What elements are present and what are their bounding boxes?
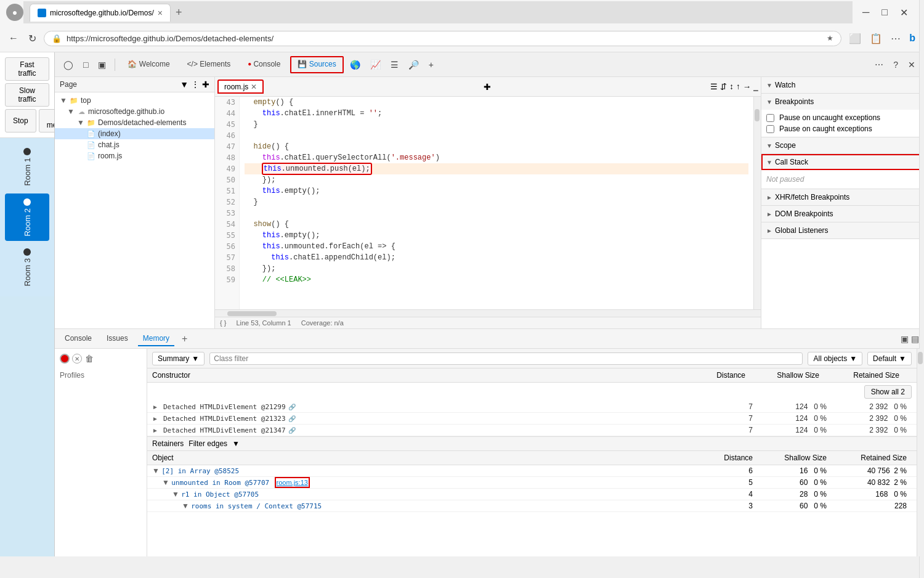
room2-item[interactable]: Room 2 <box>5 193 49 242</box>
tree-item-chatjs[interactable]: 📄 chat.js <box>55 139 214 150</box>
room-js-link[interactable]: room.js:13 <box>277 479 308 486</box>
global-section-header[interactable]: ► Global Listeners <box>761 222 924 238</box>
editor-action-5[interactable]: → <box>743 82 751 91</box>
editor-tab-roomjs[interactable]: room.js ✕ <box>217 79 264 94</box>
file-tree-options[interactable]: ⋮ <box>191 79 200 89</box>
dock-bottom-button[interactable]: ▤ <box>911 334 919 344</box>
dom-section-header[interactable]: ► DOM Breakpoints <box>761 206 924 222</box>
more-button[interactable]: ⋯ <box>888 30 903 47</box>
back-button[interactable]: ← <box>6 30 21 46</box>
tab-elements[interactable]: </> Elements <box>180 56 238 73</box>
ret1-retained: 40 832 2 % <box>832 478 912 487</box>
memory-scrollbar[interactable] <box>917 349 924 556</box>
browser-tab[interactable]: microsoftedge.github.io/Demos/ × <box>30 4 171 22</box>
summary-view-button[interactable]: Summary ▼ <box>152 352 205 365</box>
memory-row-2[interactable]: ► Detached HTMLDivElement @21347 🔗 7 124… <box>147 425 917 436</box>
add-tab-button[interactable]: + <box>425 57 437 72</box>
performance-icon-button[interactable]: 📈 <box>367 57 384 72</box>
slow-traffic-button[interactable]: Slow traffic <box>5 83 49 107</box>
close-devtools-button[interactable]: ✕ <box>904 57 919 72</box>
tree-item-top[interactable]: ▼ 📁 top <box>55 95 214 106</box>
editor-action-2[interactable]: ⇵ <box>720 82 727 91</box>
ret-object-header: Object <box>152 454 708 462</box>
tab-welcome[interactable]: 🏠 Welcome <box>120 56 177 73</box>
show-all-button[interactable]: Show all 2 <box>864 385 912 399</box>
tab-sources[interactable]: 💾 Sources <box>290 56 343 73</box>
default-button[interactable]: Default ▼ <box>867 352 912 365</box>
all-objects-button[interactable]: All objects ▼ <box>808 352 862 365</box>
tree-item-index[interactable]: 📄 (index) <box>55 128 214 139</box>
retainer-row-1[interactable]: ▼ unmounted in Room @57707 room.js:13 5 … <box>147 477 917 489</box>
room1-item[interactable]: Room 1 <box>5 143 49 191</box>
tree-item-origin[interactable]: ▼ ☁ microsoftedge.github.io <box>55 106 214 117</box>
console-drawer-button[interactable]: ▣ <box>94 57 110 72</box>
scope-section-header[interactable]: ▼ Scope <box>761 137 924 153</box>
editor-tab-close[interactable]: ✕ <box>251 83 257 91</box>
horizontal-scrollbar[interactable] <box>215 309 761 317</box>
tab-console[interactable]: ● Console <box>240 56 288 73</box>
editor-action-3[interactable]: ↕ <box>729 82 734 91</box>
address-bar[interactable]: 🔒 https://microsoftedge.github.io/Demos/… <box>44 31 841 46</box>
tree-arrow-top: ▼ <box>60 96 67 105</box>
ret0-retained: 40 756 2 % <box>832 466 912 475</box>
retainer-row-3[interactable]: ▼ rooms in system / Context @57715 3 60 … <box>147 500 917 512</box>
maximize-button[interactable]: □ <box>879 4 890 21</box>
refresh-button[interactable]: ↻ <box>26 30 39 47</box>
editor-action-6[interactable]: ⎯ <box>753 82 758 91</box>
file-tree-dropdown[interactable]: ▼ <box>180 79 188 89</box>
add-file-tab-button[interactable]: ✚ <box>484 82 491 92</box>
bing-button[interactable]: b <box>907 30 918 46</box>
room2-label: Room 2 <box>23 208 32 237</box>
retainer-row-2[interactable]: ▼ r1 in Object @57705 4 28 0 % 168 0 % <box>147 489 917 500</box>
undock-bottom-button[interactable]: ▣ <box>901 334 909 344</box>
room3-item[interactable]: Room 3 <box>5 243 49 291</box>
retainer-row-0[interactable]: ▼ [2] in Array @58525 6 16 0 % 40 756 2 … <box>147 465 917 477</box>
vertical-scrollbar[interactable] <box>753 97 761 309</box>
tree-item-demos[interactable]: ▼ 📁 Demos/detached-elements <box>55 117 214 128</box>
breakpoints-section-header[interactable]: ▼ Breakpoints <box>761 94 924 110</box>
minimize-button[interactable]: ─ <box>860 4 872 21</box>
toggle-device-button[interactable]: ◯ <box>60 57 77 72</box>
clear-button[interactable]: ✕ <box>72 354 82 364</box>
fast-traffic-button[interactable]: Fast traffic <box>5 57 49 81</box>
callstack-section-header[interactable]: ▼ Call Stack <box>761 154 924 170</box>
split-tab-button[interactable]: ⬜ <box>846 30 864 47</box>
bottom-tab-console[interactable]: Console <box>60 332 97 346</box>
footer-coverage: Coverage: n/a <box>301 319 344 327</box>
watch-section-header[interactable]: ▼ Watch <box>761 77 924 93</box>
tree-item-roomjs[interactable]: 📄 room.js <box>55 150 214 161</box>
editor-action-4[interactable]: ↑ <box>736 82 740 91</box>
bottom-tab-issues[interactable]: Issues <box>102 332 133 346</box>
new-tab-file[interactable]: ✚ <box>202 79 209 89</box>
filter-edges-label: Filter edges <box>188 439 227 448</box>
class-filter-input[interactable] <box>209 352 803 365</box>
record-button[interactable] <box>60 354 70 364</box>
network-icon-button[interactable]: 🌎 <box>346 57 364 72</box>
constructor-header: Constructor <box>152 371 701 380</box>
pause-caught-checkbox[interactable] <box>766 125 774 133</box>
collections-button[interactable]: 📋 <box>867 30 885 47</box>
memory-row-0[interactable]: ► Detached HTMLDivElement @21299 🔗 7 124… <box>147 401 917 413</box>
footer-curly-braces: { } <box>220 319 226 327</box>
js-file-icon-room: 📄 <box>87 152 95 160</box>
right-scrollbar[interactable] <box>919 77 924 328</box>
more-devtools-button[interactable]: ⋯ <box>871 57 887 72</box>
tab-title: microsoftedge.github.io/Demos/ <box>50 9 154 17</box>
close-window-button[interactable]: ✕ <box>898 4 910 21</box>
bottom-tab-add-button[interactable]: + <box>179 333 190 344</box>
bottom-tab-memory[interactable]: Memory <box>138 332 174 346</box>
new-tab-button[interactable]: + <box>171 4 187 22</box>
layers-button[interactable]: ☰ <box>387 57 402 72</box>
tab-close-button[interactable]: × <box>158 8 163 18</box>
responsive-button[interactable]: □ <box>79 57 92 72</box>
profiles-label: Profiles <box>57 368 144 382</box>
trash-button[interactable]: 🗑 <box>84 354 94 364</box>
inspect-button[interactable]: 🔎 <box>405 57 423 72</box>
xhr-section-header[interactable]: ► XHR/fetch Breakpoints <box>761 189 924 205</box>
editor-action-1[interactable]: ☰ <box>710 82 718 91</box>
pause-uncaught-checkbox[interactable] <box>766 114 774 122</box>
help-devtools-button[interactable]: ? <box>890 57 902 72</box>
memory-row-1[interactable]: ► Detached HTMLDivElement @21323 🔗 7 124… <box>147 413 917 425</box>
stop-button[interactable]: Stop <box>5 109 36 132</box>
profile-icon[interactable]: ● <box>6 4 23 21</box>
